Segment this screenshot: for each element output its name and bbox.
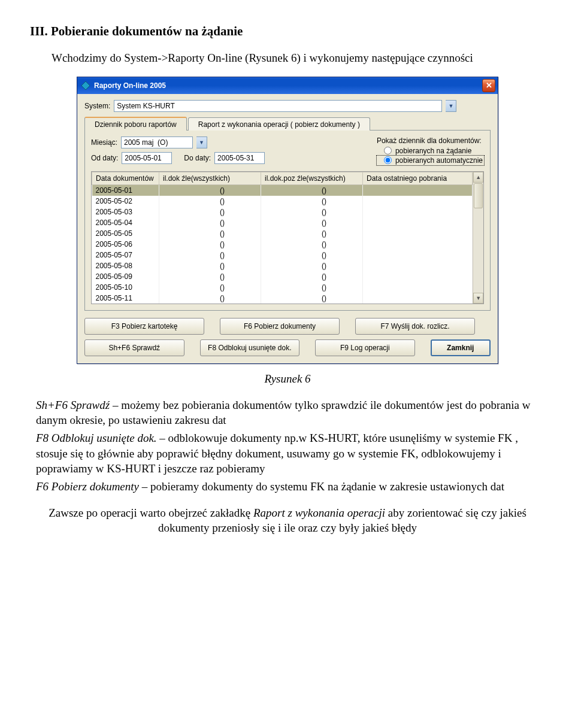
system-dropdown-icon[interactable]: ▼ (446, 100, 456, 112)
data-grid: Data dokumentów il.dok źle(wszystkich) i… (91, 171, 484, 304)
btn-f3-pobierz-kartoteke[interactable]: F3 Pobierz kartotekę (84, 318, 204, 335)
table-cell: 2005-05-01 (92, 184, 159, 196)
list-desc-1: – możemy bez pobierania dokumentów tylko… (36, 399, 530, 427)
table-cell: () (261, 217, 363, 228)
figure-caption: Rysunek 6 (30, 372, 545, 386)
system-field[interactable] (114, 100, 442, 112)
close-icon[interactable]: ✕ (482, 79, 495, 92)
from-date-field[interactable] (122, 152, 172, 164)
radio-group-title: Pokaż dziennik dla dokumentów: (377, 136, 484, 145)
table-row[interactable]: 2005-05-10()() (92, 282, 473, 293)
month-label: Miesiąc: (91, 138, 117, 147)
btn-f6-pobierz-dokumenty[interactable]: F6 Pobierz dokumenty (220, 318, 340, 335)
table-row[interactable]: 2005-05-02()() (92, 196, 473, 207)
svg-marker-0 (81, 81, 90, 90)
table-cell (363, 217, 473, 228)
table-cell (363, 239, 473, 250)
intro-paragraph: Wchodzimy do System->Raporty On-line (Ry… (52, 51, 545, 66)
dialog-raporty-online: Raporty On-line 2005 ✕ System: ▼ Dzienni… (77, 77, 498, 364)
table-cell (363, 282, 473, 293)
titlebar[interactable]: Raporty On-line 2005 ✕ (77, 77, 498, 94)
window-title: Raporty On-line 2005 (94, 81, 166, 90)
table-cell: () (159, 184, 261, 196)
table-cell: () (261, 228, 363, 239)
table-cell: 2005-05-04 (92, 217, 159, 228)
table-cell (363, 271, 473, 282)
from-date-label: Od daty: (91, 154, 118, 162)
table-row[interactable]: 2005-05-06()() (92, 239, 473, 250)
table-cell (363, 260, 473, 271)
btn-f8-odblokuj[interactable]: F8 Odblokuj usunięte dok. (200, 339, 300, 356)
radio-automatic-label: pobieranych automatycznie (395, 156, 483, 165)
table-cell: () (261, 282, 363, 293)
closing-part1: Zawsze po operacji warto obejrzeć zakład… (49, 506, 253, 519)
month-field[interactable] (121, 136, 193, 148)
table-cell: 2005-05-07 (92, 250, 159, 260)
month-dropdown-icon[interactable]: ▼ (196, 136, 207, 148)
instruction-list: Sh+F6 Sprawdź – możemy bez pobierania do… (36, 398, 545, 495)
table-cell: () (159, 271, 261, 282)
table-row[interactable]: 2005-05-01()() (92, 184, 473, 196)
table-cell: () (261, 184, 363, 196)
to-date-label: Do daty: (184, 154, 211, 162)
table-row[interactable]: 2005-05-05()() (92, 228, 473, 239)
table-row[interactable]: 2005-05-03()() (92, 207, 473, 217)
scroll-up-icon[interactable]: ▲ (473, 172, 483, 183)
col-ildokpoz-header[interactable]: il.dok.poz źle(wszystkich) (261, 172, 363, 184)
table-cell: 2005-05-02 (92, 196, 159, 207)
tab-raport-operacji[interactable]: Raport z wykonania operacji ( pobierz do… (188, 117, 370, 131)
table-cell: () (159, 217, 261, 228)
tabstrip: Dziennik poboru raportów Raport z wykona… (84, 117, 491, 131)
btn-f7-wyslij-rozlicz[interactable]: F7 Wyślij dok. rozlicz. (355, 318, 475, 335)
closing-italic: Raport z wykonania operacji (253, 506, 385, 519)
tab-dziennik[interactable]: Dziennik poboru raportów (84, 117, 187, 131)
radio-group-filter: Pokaż dziennik dla dokumentów: pobierany… (377, 136, 484, 165)
table-cell: () (261, 207, 363, 217)
col-lastfetch-header[interactable]: Data ostatniego pobrania (363, 172, 473, 184)
scroll-down-icon[interactable]: ▼ (473, 293, 483, 304)
table-cell: () (159, 228, 261, 239)
table-cell: () (261, 196, 363, 207)
radio-automatic[interactable]: pobieranych automatycznie (377, 156, 484, 165)
table-cell: () (261, 239, 363, 250)
list-term-1: Sh+F6 Sprawdź (36, 399, 110, 411)
col-date-header[interactable]: Data dokumentów (92, 172, 159, 184)
table-cell: 2005-05-08 (92, 260, 159, 271)
btn-f9-log-operacji[interactable]: F9 Log operacji (315, 339, 415, 356)
list-desc-3: – pobieramy dokumenty do systemu FK na ż… (139, 480, 504, 493)
table-cell: 2005-05-03 (92, 207, 159, 217)
btn-zamknij[interactable]: Zamknij (431, 339, 491, 356)
table-cell: 2005-05-11 (92, 293, 159, 304)
table-cell: 2005-05-10 (92, 282, 159, 293)
radio-on-demand[interactable]: pobieranych na żądanie (377, 146, 484, 156)
app-icon (81, 81, 90, 90)
table-cell: () (159, 207, 261, 217)
scroll-thumb[interactable] (474, 183, 483, 208)
table-cell (363, 228, 473, 239)
table-row[interactable]: 2005-05-04()() (92, 217, 473, 228)
table-row[interactable]: 2005-05-11()() (92, 293, 473, 304)
table-cell (363, 207, 473, 217)
table-cell: () (159, 196, 261, 207)
table-cell: 2005-05-09 (92, 271, 159, 282)
radio-on-demand-label: pobieranych na żądanie (395, 147, 471, 155)
table-row[interactable]: 2005-05-07()() (92, 250, 473, 260)
table-cell: () (159, 239, 261, 250)
table-cell (363, 250, 473, 260)
to-date-field[interactable] (214, 152, 265, 164)
table-cell: () (159, 260, 261, 271)
list-term-2: F8 Odblokuj usunięte dok. (36, 432, 157, 444)
table-cell (363, 293, 473, 304)
table-cell: () (159, 282, 261, 293)
table-cell: () (261, 293, 363, 304)
table-cell: () (261, 250, 363, 260)
table-cell: 2005-05-06 (92, 239, 159, 250)
table-cell: () (261, 260, 363, 271)
col-ildok-header[interactable]: il.dok źle(wszystkich) (159, 172, 261, 184)
table-row[interactable]: 2005-05-09()() (92, 271, 473, 282)
btn-shf6-sprawdz[interactable]: Sh+F6 Sprawdź (84, 339, 184, 356)
table-row[interactable]: 2005-05-08()() (92, 260, 473, 271)
table-cell: 2005-05-05 (92, 228, 159, 239)
closing-paragraph: Zawsze po operacji warto obejrzeć zakład… (30, 505, 545, 536)
vertical-scrollbar[interactable]: ▲ ▼ (473, 172, 483, 304)
